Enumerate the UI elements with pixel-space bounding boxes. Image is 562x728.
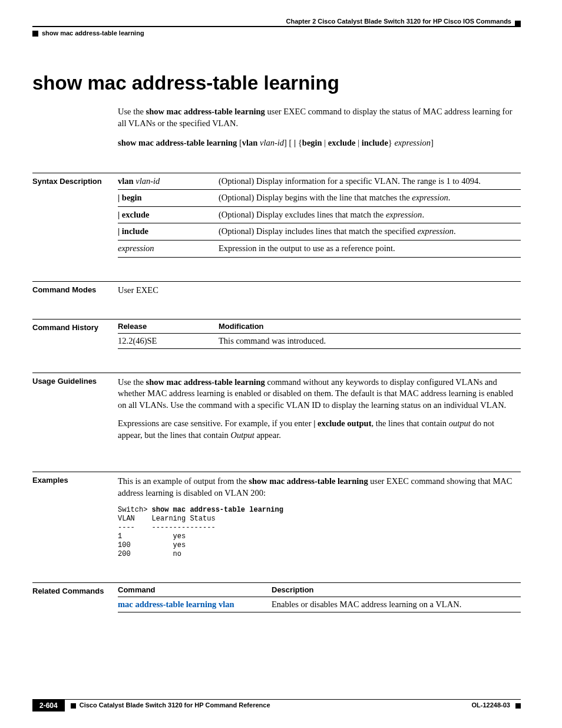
command-modes-section: Command Modes User EXEC bbox=[32, 281, 521, 295]
history-table: Release Modification 12.2(46)SE This com… bbox=[118, 319, 521, 349]
usage-paragraph-1: Use the show mac address-table learning … bbox=[118, 377, 521, 411]
intro-paragraph: Use the show mac address-table learning … bbox=[118, 106, 521, 129]
syntax-line: show mac address-table learning [vlan vl… bbox=[118, 137, 521, 149]
examples-paragraph: This is an example of output from the sh… bbox=[118, 476, 521, 499]
history-col-modification: Modification bbox=[219, 319, 521, 333]
table-row: | include (Optional) Display includes li… bbox=[118, 223, 521, 241]
intro-block: Use the show mac address-table learning … bbox=[118, 106, 521, 149]
table-row: | begin (Optional) Display begins with t… bbox=[118, 190, 521, 207]
footer-right-square-icon bbox=[515, 703, 521, 709]
page-footer: 2-604 Cisco Catalyst Blade Switch 3120 f… bbox=[32, 699, 521, 711]
table-row: | exclude (Optional) Display excludes li… bbox=[118, 206, 521, 223]
related-table: Command Description mac address-table le… bbox=[118, 582, 521, 612]
command-modes-label: Command Modes bbox=[32, 281, 118, 294]
usage-section: Usage Guidelines Use the show mac addres… bbox=[32, 373, 521, 449]
syntax-table: vlan vlan-id (Optional) Display informat… bbox=[118, 173, 521, 258]
breadcrumb-square-icon bbox=[32, 31, 38, 37]
related-section: Related Commands Command Description mac… bbox=[32, 582, 521, 612]
command-history-section: Command History Release Modification 12.… bbox=[32, 319, 521, 349]
table-header-row: Command Description bbox=[118, 583, 521, 597]
footer-doc-title: Cisco Catalyst Blade Switch 3120 for HP … bbox=[80, 700, 270, 711]
table-row: vlan vlan-id (Optional) Display informat… bbox=[118, 173, 521, 190]
footer-square-icon bbox=[71, 703, 76, 709]
table-row: expression Expression in the output to u… bbox=[118, 240, 521, 257]
example-output: Switch> show mac address-table learning … bbox=[118, 506, 521, 559]
syntax-section: Syntax Description vlan vlan-id (Optiona… bbox=[32, 173, 521, 258]
page-header: Chapter 2 Cisco Catalyst Blade Switch 31… bbox=[32, 18, 521, 26]
usage-label: Usage Guidelines bbox=[32, 373, 118, 386]
syntax-label: Syntax Description bbox=[32, 173, 118, 186]
page-title: show mac address-table learning bbox=[32, 72, 521, 94]
header-rule bbox=[32, 26, 521, 27]
related-command-link[interactable]: mac address-table learning vlan bbox=[118, 599, 234, 609]
command-history-label: Command History bbox=[32, 319, 118, 332]
usage-paragraph-2: Expressions are case sensitive. For exam… bbox=[118, 418, 521, 441]
footer-doc-number: OL-12248-03 bbox=[472, 700, 521, 711]
breadcrumb-row: show mac address-table learning bbox=[32, 29, 521, 37]
document-page: Chapter 2 Cisco Catalyst Blade Switch 31… bbox=[0, 0, 562, 728]
table-row: 12.2(46)SE This command was introduced. bbox=[118, 333, 521, 348]
related-col-description: Description bbox=[272, 583, 521, 597]
command-modes-value: User EXEC bbox=[118, 281, 521, 295]
chapter-title: Chapter 2 Cisco Catalyst Blade Switch 31… bbox=[32, 18, 511, 26]
related-label: Related Commands bbox=[32, 582, 118, 595]
examples-label: Examples bbox=[32, 472, 118, 485]
table-row: mac address-table learning vlan Enables … bbox=[118, 597, 521, 612]
examples-section: Examples This is an example of output fr… bbox=[32, 472, 521, 559]
table-header-row: Release Modification bbox=[118, 319, 521, 333]
related-col-command: Command bbox=[118, 583, 272, 597]
history-col-release: Release bbox=[118, 319, 219, 333]
page-number: 2-604 bbox=[32, 700, 65, 711]
breadcrumb: show mac address-table learning bbox=[42, 29, 144, 37]
